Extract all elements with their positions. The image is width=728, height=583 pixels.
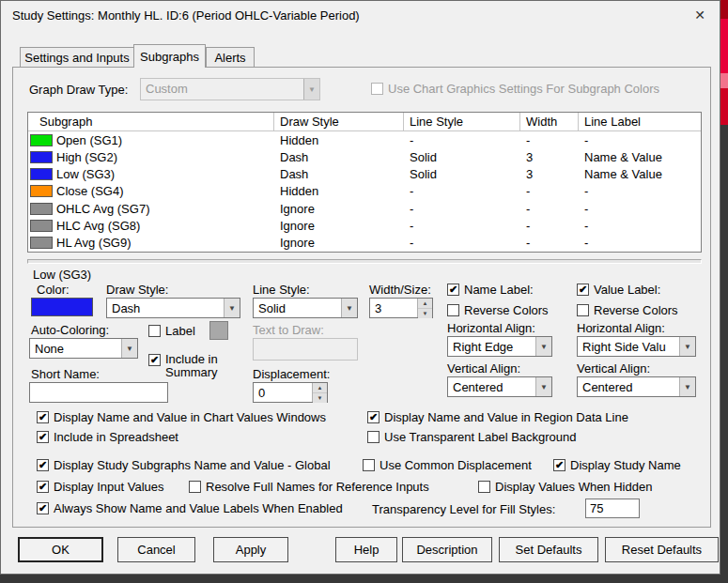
use-chart-graphics-checkbox: Use Chart Graphics Settings For Subgraph… [371,82,659,96]
line-style-combo[interactable]: Solid ▼ [253,298,358,318]
table-row[interactable]: High (SG2) Dash Solid 3 Name & Value [28,148,701,165]
table-row[interactable]: Open (SG1) Hidden - - - [28,131,701,148]
label-checkbox[interactable]: Label [148,324,195,338]
table-row[interactable]: HL Avg (SG9) Ignore - - - [28,235,701,252]
use-transparent-label-background-checkbox[interactable]: Use Transparent Label Background [367,430,577,444]
displacement-spinner[interactable]: 0 ▲▼ [253,382,328,403]
value-vertical-align-label: Vertical Align: [577,361,650,376]
always-show-labels-checkbox[interactable]: ✔ Always Show Name and Value Labels When… [37,501,343,515]
checkbox-box [447,304,459,316]
display-study-name-checkbox[interactable]: ✔ Display Study Name [553,458,681,472]
subgraph-name: HL Avg (SG9) [56,236,131,250]
include-in-summary-checkbox[interactable]: ✔ Include in Summary [148,353,239,379]
resolve-full-names-checkbox[interactable]: Resolve Full Names for Reference Inputs [189,480,429,494]
table-horizontal-scrollbar[interactable] [27,259,702,264]
checkbox-label: Use Chart Graphics Settings For Subgraph… [388,82,659,96]
use-common-displacement-checkbox[interactable]: Use Common Displacement [363,458,532,472]
title-bar[interactable]: Study Settings: Monthly HL. ID:6 (Period… [1,1,720,29]
checkbox-label: Always Show Name and Value Labels When E… [54,501,343,515]
description-button[interactable]: Description [402,537,492,562]
value-horizontal-align-combo[interactable]: Right Side Valu ▼ [577,336,696,357]
name-vertical-align-combo[interactable]: Centered ▼ [447,376,552,397]
checkbox-box: ✔ [37,431,49,443]
displacement-label: Displacement: [253,367,330,381]
value-vertical-align-combo[interactable]: Centered ▼ [577,376,696,397]
help-button[interactable]: Help [335,537,397,562]
cancel-button[interactable]: Cancel [117,537,195,562]
name-horizontal-align-label: Horizontal Align: [447,321,535,335]
checkbox-label: Reverse Colors [594,303,678,317]
checkbox-box: ✔ [577,284,589,296]
combo-value: Centered [448,377,535,396]
checkbox-box [363,459,375,471]
table-row[interactable]: HLC Avg (SG8) Ignore - - - [28,217,701,234]
display-name-value-region-data-line-checkbox[interactable]: ✔ Display Name and Value in Region Data … [367,410,628,424]
cell-line-label: - [579,200,703,217]
text-to-draw-label: Text to Draw: [253,323,324,337]
label-color-swatch[interactable] [209,321,228,340]
tab-settings-and-inputs[interactable]: Settings and Inputs [20,47,134,67]
spin-up-icon[interactable]: ▲ [418,299,432,309]
chevron-down-icon: ▼ [535,337,551,356]
width-size-spinner[interactable]: 3 ▲▼ [369,298,433,318]
background-chart-strip [720,19,728,73]
draw-style-label: Draw Style: [106,283,168,297]
include-in-spreadsheet-checkbox[interactable]: ✔ Include in Spreadsheet [37,430,178,444]
auto-coloring-combo[interactable]: None ▼ [29,338,138,359]
spin-value: 0 [254,383,312,402]
column-header-draw-style: Draw Style [274,113,404,130]
chevron-down-icon: ▼ [121,339,137,358]
display-study-subgraphs-global-checkbox[interactable]: ✔ Display Study Subgraphs Name and Value… [37,458,331,472]
name-label-checkbox[interactable]: ✔ Name Label: [447,283,534,297]
value-horizontal-align-label: Horizontal Align: [577,321,665,335]
table-row[interactable]: Close (SG4) Hidden - - - [28,183,701,200]
subgraph-color-swatch [30,203,53,215]
checkbox-box: ✔ [37,411,49,423]
checkbox-label: Display Study Subgraphs Name and Value -… [54,458,331,472]
combo-value: Solid [254,299,341,317]
spin-buttons[interactable]: ▲▼ [417,299,432,317]
name-horizontal-align-combo[interactable]: Right Edge ▼ [447,336,552,357]
close-icon[interactable]: ✕ [689,6,710,24]
cell-width: - [520,131,579,148]
checkbox-box: ✔ [37,459,49,471]
text-to-draw-input [253,338,358,361]
apply-button[interactable]: Apply [213,537,288,562]
checkbox-label: Display Input Values [54,480,164,494]
cell-width: - [520,183,579,200]
spin-value: 3 [370,299,417,317]
value-label-checkbox[interactable]: ✔ Value Label: [577,283,660,297]
checkbox-box: ✔ [148,354,161,366]
display-input-values-checkbox[interactable]: ✔ Display Input Values [37,480,164,494]
chevron-down-icon: ▼ [341,299,357,317]
combo-value: Centered [578,377,679,396]
display-values-when-hidden-checkbox[interactable]: Display Values When Hidden [478,480,652,494]
set-defaults-button[interactable]: Set Defaults [499,537,598,562]
cell-line-style: - [404,217,520,234]
tab-alerts[interactable]: Alerts [206,47,255,67]
spin-up-icon[interactable]: ▲ [313,383,327,393]
cell-draw-style: Ignore [274,235,404,252]
transparency-level-input[interactable] [585,499,640,518]
chevron-down-icon: ▼ [679,377,695,396]
tab-subgraphs[interactable]: Subgraphs [133,44,206,68]
color-picker-button[interactable] [31,298,93,316]
subgraph-name: High (SG2) [56,150,117,164]
spin-buttons[interactable]: ▲▼ [312,383,327,402]
chevron-down-icon: ▼ [535,377,551,396]
spin-down-icon[interactable]: ▼ [313,393,327,403]
checkbox-box [478,481,490,493]
table-row[interactable]: Low (SG3) Dash Solid 3 Name & Value [28,166,701,183]
spin-down-icon[interactable]: ▼ [418,309,432,318]
name-reverse-colors-checkbox[interactable]: Reverse Colors [447,303,549,317]
reset-defaults-button[interactable]: Reset Defaults [605,537,719,562]
table-row[interactable]: OHLC Avg (SG7) Ignore - - - [28,200,701,217]
draw-style-combo[interactable]: Dash ▼ [106,298,240,318]
ok-button[interactable]: OK [18,537,103,562]
display-name-value-chart-values-checkbox[interactable]: ✔ Display Name and Value in Chart Values… [37,410,326,424]
value-reverse-colors-checkbox[interactable]: Reverse Colors [577,303,678,317]
cell-line-label: - [579,183,703,200]
checkbox-box [577,304,589,316]
short-name-input[interactable] [29,382,168,403]
subgraph-table: Subgraph Draw Style Line Style Width Lin… [27,112,702,253]
